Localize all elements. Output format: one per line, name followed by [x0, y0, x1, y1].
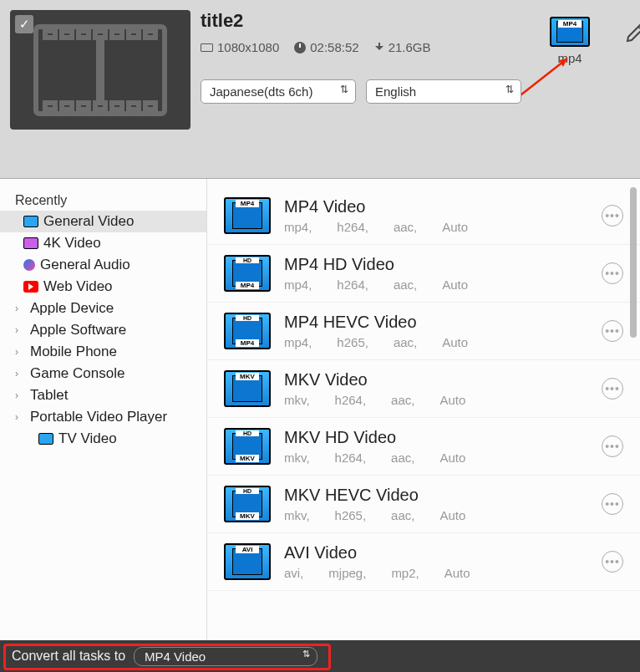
format-details: mkv,h264,aac,Auto — [284, 451, 588, 465]
svg-rect-1 — [99, 39, 102, 101]
svg-rect-13 — [112, 103, 122, 109]
chevron-right-icon: › — [15, 411, 25, 423]
sidebar-category-apple-software[interactable]: ›Apple Software — [0, 319, 206, 341]
format-icon[interactable]: MP4 — [550, 17, 590, 47]
tv-icon — [38, 433, 53, 445]
clock-icon — [294, 42, 306, 53]
format-type-icon: MKV — [224, 428, 271, 465]
format-name: MKV HD Video — [284, 428, 588, 447]
format-name: MP4 HD Video — [284, 255, 588, 274]
format-name: AVI Video — [284, 543, 588, 563]
select-checkbox[interactable]: ✓ — [15, 15, 33, 33]
sidebar-category-apple-device[interactable]: ›Apple Device — [0, 298, 206, 319]
format-details: mp4,h264,aac,Auto — [284, 277, 588, 292]
format-name: MP4 Video — [284, 197, 588, 216]
category-sidebar: Recently General Video4K VideoGeneral Au… — [0, 179, 207, 646]
format-row[interactable]: MKVMKV Videomkv,h264,aac,Auto••• — [207, 360, 640, 418]
chevron-right-icon: › — [15, 368, 25, 379]
svg-rect-10 — [62, 103, 72, 109]
format-name: MP4 HEVC Video — [284, 313, 588, 332]
more-options-button[interactable]: ••• — [602, 435, 623, 457]
footer-bar: Convert all tasks to MP4 Video — [0, 640, 640, 672]
4k-icon — [23, 237, 38, 249]
svg-rect-11 — [79, 103, 89, 109]
svg-rect-6 — [112, 31, 122, 38]
filesize: 21.6GB — [374, 40, 431, 54]
sidebar-item-general-video[interactable]: General Video — [0, 211, 206, 232]
format-type-icon: MP4 — [224, 197, 271, 234]
more-options-button[interactable]: ••• — [602, 320, 623, 342]
filmstrip-icon — [33, 24, 167, 116]
download-icon — [374, 43, 384, 53]
format-type-icon: MKV — [224, 486, 271, 522]
audio-track-select[interactable]: Japanese(dts 6ch) — [201, 79, 356, 104]
format-row[interactable]: AVIAVI Videoavi,mjpeg,mp2,Auto••• — [207, 533, 640, 591]
format-details: avi,mjpeg,mp2,Auto — [284, 566, 588, 580]
format-label: mp4 — [550, 51, 590, 65]
svg-rect-2 — [45, 31, 55, 38]
yt-icon — [23, 281, 38, 293]
chevron-right-icon: › — [15, 303, 25, 314]
format-type-icon: MP4 — [224, 255, 271, 292]
format-row[interactable]: MKVMKV HEVC Videomkv,h265,aac,Auto••• — [207, 476, 640, 533]
edit-icon[interactable] — [625, 22, 640, 43]
format-row[interactable]: MKVMKV HD Videomkv,h264,aac,Auto••• — [207, 418, 640, 476]
format-details: mkv,h265,aac,Auto — [284, 508, 588, 522]
more-options-button[interactable]: ••• — [602, 378, 623, 400]
svg-rect-7 — [129, 31, 139, 38]
more-options-button[interactable]: ••• — [602, 493, 623, 515]
format-row[interactable]: MP4MP4 Videomp4,h264,aac,Auto••• — [207, 187, 640, 245]
format-details: mkv,h264,aac,Auto — [284, 393, 588, 407]
more-options-button[interactable]: ••• — [602, 551, 623, 573]
more-options-button[interactable]: ••• — [602, 262, 623, 284]
svg-rect-9 — [45, 103, 55, 109]
resolution: 1080x1080 — [201, 40, 279, 54]
format-details: mp4,h264,aac,Auto — [284, 220, 588, 234]
format-list: MP4MP4 Videomp4,h264,aac,Auto•••MP4MP4 H… — [207, 179, 640, 646]
chevron-right-icon: › — [15, 389, 25, 401]
scrollbar[interactable] — [630, 187, 637, 338]
film-icon — [23, 216, 38, 227]
format-name: MKV Video — [284, 370, 588, 389]
sidebar-header: Recently — [0, 191, 206, 211]
format-type-icon: AVI — [224, 543, 271, 580]
sidebar-item-web-video[interactable]: Web Video — [0, 276, 206, 298]
sidebar-item-general-audio[interactable]: General Audio — [0, 254, 206, 276]
sidebar-item-tv-video[interactable]: TV Video — [0, 428, 206, 450]
format-type-icon: MP4 — [224, 313, 271, 349]
format-row[interactable]: MP4MP4 HD Videomp4,h264,aac,Auto••• — [207, 245, 640, 303]
sidebar-category-portable-video-player[interactable]: ›Portable Video Player — [0, 406, 206, 428]
audio-icon — [23, 259, 35, 271]
svg-rect-4 — [79, 31, 89, 38]
more-options-button[interactable]: ••• — [602, 205, 623, 227]
monitor-icon — [201, 43, 213, 52]
svg-rect-15 — [145, 103, 155, 109]
svg-rect-8 — [145, 31, 155, 38]
convert-all-select[interactable]: MP4 Video — [134, 647, 317, 666]
sidebar-category-tablet[interactable]: ›Tablet — [0, 384, 206, 406]
format-type-icon: MKV — [224, 370, 271, 407]
format-details: mp4,h265,aac,Auto — [284, 335, 588, 349]
duration: 02:58:52 — [294, 40, 358, 54]
svg-rect-14 — [129, 103, 139, 109]
svg-rect-3 — [62, 31, 72, 38]
format-row[interactable]: MP4MP4 HEVC Videomp4,h265,aac,Auto••• — [207, 303, 640, 360]
subtitle-select[interactable]: English — [366, 79, 521, 104]
sidebar-item-4k-video[interactable]: 4K Video — [0, 232, 206, 254]
sidebar-category-mobile-phone[interactable]: ›Mobile Phone — [0, 341, 206, 363]
svg-rect-5 — [95, 31, 105, 38]
sidebar-category-game-console[interactable]: ›Game Console — [0, 363, 206, 384]
chevron-right-icon: › — [15, 346, 25, 358]
footer-label: Convert all tasks to — [12, 649, 125, 664]
video-thumbnail[interactable]: ✓ — [10, 10, 190, 130]
format-name: MKV HEVC Video — [284, 486, 588, 505]
chevron-right-icon: › — [15, 324, 25, 336]
svg-rect-12 — [95, 103, 105, 109]
